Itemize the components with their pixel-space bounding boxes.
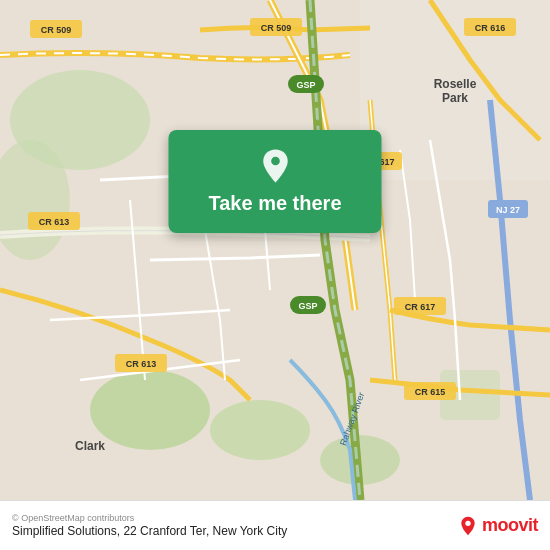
svg-text:Park: Park [442,91,468,105]
svg-text:CR 509: CR 509 [261,23,292,33]
svg-point-35 [465,520,470,525]
svg-text:Roselle: Roselle [434,77,477,91]
moovit-pin-icon [458,516,478,536]
moovit-logo[interactable]: moovit [458,515,538,536]
svg-text:CR 509: CR 509 [41,25,72,35]
svg-text:GSP: GSP [298,301,317,311]
take-me-there-label: Take me there [208,192,341,215]
svg-text:CR 616: CR 616 [475,23,506,33]
svg-text:NJ 27: NJ 27 [496,205,520,215]
location-text: Simplified Solutions, 22 Cranford Ter, N… [12,524,287,538]
svg-text:CR 615: CR 615 [415,387,446,397]
location-pin-icon [257,148,293,184]
svg-point-34 [271,157,280,166]
svg-text:CR 617: CR 617 [405,302,436,312]
map-svg: CR 509 CR 509 CR 616 GSP GSP 617 CR 613 … [0,0,550,500]
svg-text:617: 617 [379,157,394,167]
copyright-text: © OpenStreetMap contributors [12,513,287,523]
svg-text:CR 613: CR 613 [39,217,70,227]
info-bar: © OpenStreetMap contributors Simplified … [0,500,550,550]
svg-text:CR 613: CR 613 [126,359,157,369]
svg-text:Clark: Clark [75,439,105,453]
take-me-there-button[interactable]: Take me there [168,130,381,233]
svg-point-3 [90,370,210,450]
svg-point-4 [210,400,310,460]
info-left: © OpenStreetMap contributors Simplified … [12,513,287,538]
moovit-text: moovit [482,515,538,536]
button-overlay: Take me there [168,130,381,233]
map-container: CR 509 CR 509 CR 616 GSP GSP 617 CR 613 … [0,0,550,500]
svg-text:GSP: GSP [296,80,315,90]
